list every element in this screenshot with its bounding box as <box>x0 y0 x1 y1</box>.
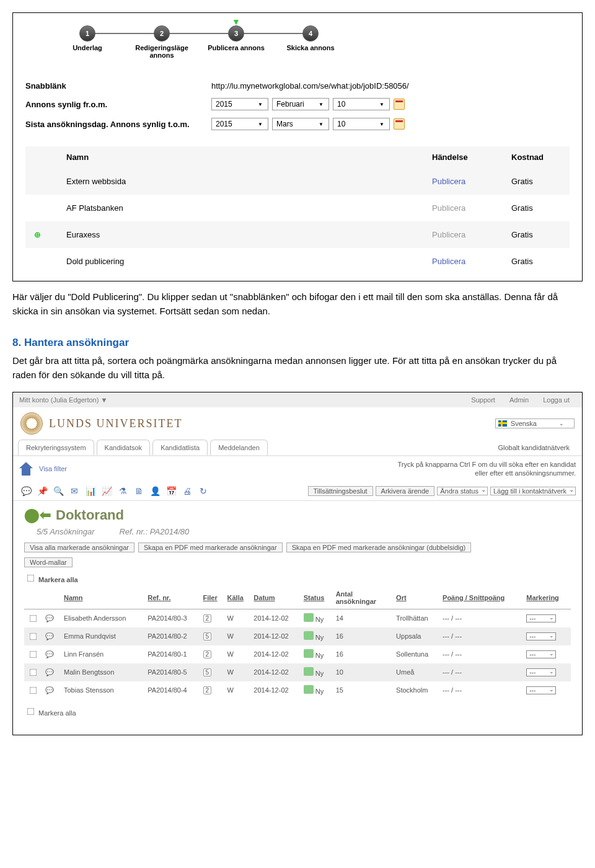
user-icon[interactable]: 👤 <box>148 484 162 498</box>
applicant-source: W <box>225 627 252 645</box>
language-select[interactable]: Svenska ⌄ <box>495 418 575 428</box>
from-month-select[interactable]: Februari▼ <box>272 98 329 110</box>
file-count[interactable]: 5 <box>203 632 212 640</box>
speech-icon[interactable]: 💬 <box>45 668 54 676</box>
status-select[interactable]: Ändra status <box>437 487 488 495</box>
file-count[interactable]: 2 <box>203 686 212 694</box>
print-icon[interactable]: 🖨 <box>180 484 194 498</box>
col-name: Namn <box>58 146 423 168</box>
from-day-select[interactable]: 10▼ <box>333 98 390 110</box>
support-link[interactable]: Support <box>471 396 495 404</box>
status-pill-icon <box>304 685 314 694</box>
channels-table: Namn Händelse Kostnad Extern webbsidaPub… <box>25 146 570 275</box>
channel-name: Extern webbsida <box>58 168 423 195</box>
applicant-row[interactable]: 💬Tobias StenssonPA2014/80-42W2014-12-02 … <box>24 681 571 699</box>
status-pill-icon <box>304 631 314 640</box>
search-icon[interactable]: 🔍 <box>51 484 65 498</box>
applicant-city: Umeå <box>394 663 440 681</box>
mail-icon[interactable]: ✉ <box>68 484 81 498</box>
plus-icon[interactable]: ⊕ <box>34 230 41 239</box>
calendar-icon[interactable] <box>394 118 405 130</box>
speech-icon[interactable]: 💬 <box>45 632 54 640</box>
file-count[interactable]: 5 <box>203 668 212 676</box>
publish-action[interactable]: Publicera <box>423 248 503 275</box>
account-menu[interactable]: Mitt konto (Julia Edgerton) ▼ <box>19 396 107 404</box>
applicant-status: Ny <box>315 652 324 659</box>
channel-row[interactable]: AF PlatsbankenPubliceraGratis <box>25 195 570 221</box>
step-1[interactable]: 1 Underlag <box>50 25 125 51</box>
applicant-score: --- / --- <box>440 627 524 645</box>
file-count[interactable]: 2 <box>203 614 212 622</box>
row-checkbox[interactable] <box>30 632 37 640</box>
from-year-select[interactable]: 2015▼ <box>211 98 268 110</box>
publish-action[interactable]: Publicera <box>423 221 503 248</box>
tab-rekryteringssystem[interactable]: Rekryteringssystem <box>18 440 94 455</box>
filter-icon[interactable]: ⚗ <box>116 484 130 498</box>
speech-icon[interactable]: 💬 <box>45 614 54 622</box>
pin-icon[interactable]: 📌 <box>35 484 49 498</box>
applicant-row[interactable]: 💬Linn FransénPA2014/80-12W2014-12-02 Ny1… <box>24 645 571 663</box>
publish-action[interactable]: Publicera <box>423 168 503 195</box>
markera-alla-checkbox[interactable] <box>27 574 35 582</box>
tab-kandidatlista[interactable]: Kandidatlista <box>152 440 208 455</box>
refresh-icon[interactable]: ↻ <box>196 484 210 498</box>
tab-kandidatsok[interactable]: Kandidatsok <box>97 440 151 455</box>
step-4[interactable]: 4 Skicka annons <box>273 25 348 51</box>
calendar-icon[interactable] <box>394 99 405 110</box>
to-day-select[interactable]: 10▼ <box>333 118 390 130</box>
logout-link[interactable]: Logga ut <box>543 396 570 404</box>
step-2[interactable]: 2 Redigeringsläge annons <box>125 25 199 59</box>
applicant-score: --- / --- <box>440 663 524 681</box>
visa-filter-link[interactable]: Visa filter <box>39 465 67 472</box>
publish-action[interactable]: Publicera <box>423 195 503 221</box>
brand: LUNDS UNIVERSITET <box>20 412 183 435</box>
mark-select[interactable]: --- <box>526 668 556 676</box>
channel-row[interactable]: Extern webbsidaPubliceraGratis <box>25 168 570 195</box>
chart2-icon[interactable]: 📈 <box>100 484 113 498</box>
markera-alla-checkbox-bottom[interactable] <box>27 707 35 715</box>
mark-select[interactable]: --- <box>526 686 556 694</box>
to-year-select[interactable]: 2015▼ <box>211 118 268 130</box>
word-mallar-button[interactable]: Word-mallar <box>24 557 73 567</box>
admin-link[interactable]: Admin <box>509 396 529 404</box>
chevron-down-icon: ▼ <box>379 122 384 127</box>
tab-globalt[interactable]: Globalt kandidatnätverk <box>490 440 577 455</box>
wizard-steps: 1 Underlag 2 Redigeringsläge annons ▼ 3 … <box>13 13 582 65</box>
applicant-row[interactable]: 💬Elisabeth AnderssonPA2014/80-32W2014-12… <box>24 609 571 627</box>
visa-alla-button[interactable]: Visa alla markerade ansökningar <box>24 542 134 552</box>
tab-meddelanden[interactable]: Meddelanden <box>210 440 268 455</box>
speech-icon[interactable]: 💬 <box>19 484 33 498</box>
applicant-row[interactable]: 💬Emma RundqvistPA2014/80-25W2014-12-02 N… <box>24 627 571 645</box>
back-arrow-icon[interactable]: ⬤⬅ <box>24 507 51 523</box>
reference-number: Ref. nr.: PA2014/80 <box>119 527 189 536</box>
form-area: Snabblänk http://lu.mynetworkglobal.com/… <box>13 65 582 281</box>
skapa-pdf-dubbel-button[interactable]: Skapa en PDF med markerade ansökningar (… <box>286 542 472 552</box>
channel-row[interactable]: Dold publiceringPubliceraGratis <box>25 248 570 275</box>
mark-select[interactable]: --- <box>526 632 556 640</box>
row-checkbox[interactable] <box>30 650 37 658</box>
to-label: Sista ansökningsdag. Annons synlig t.o.m… <box>25 120 211 129</box>
arkivera-button[interactable]: Arkivera ärende <box>376 486 435 496</box>
step-3[interactable]: ▼ 3 Publicera annons <box>199 25 273 51</box>
calendar-icon[interactable]: 📅 <box>164 484 178 498</box>
mark-select[interactable]: --- <box>526 650 556 658</box>
chart-icon[interactable]: 📊 <box>84 484 97 498</box>
kontakt-select[interactable]: Lägg till i kontaktnätverk <box>490 487 576 495</box>
mark-select[interactable]: --- <box>526 614 556 622</box>
tillsattning-button[interactable]: Tillsättningsbeslut <box>308 486 373 496</box>
channel-row[interactable]: ⊕EuraxessPubliceraGratis <box>25 221 570 248</box>
to-month-select[interactable]: Mars▼ <box>272 118 329 130</box>
row-checkbox[interactable] <box>30 614 37 622</box>
row-checkbox[interactable] <box>30 686 37 694</box>
speech-icon[interactable]: 💬 <box>45 650 54 658</box>
applicant-ref: PA2014/80-3 <box>145 609 200 627</box>
speech-icon[interactable]: 💬 <box>45 686 54 694</box>
applicant-row[interactable]: 💬Malin BengtssonPA2014/80-55W2014-12-02 … <box>24 663 571 681</box>
row-checkbox[interactable] <box>30 668 37 676</box>
doc-icon[interactable]: 🗎 <box>132 484 146 498</box>
file-count[interactable]: 2 <box>203 650 212 658</box>
home-icon[interactable] <box>19 462 33 476</box>
chevron-down-icon: ⌄ <box>559 420 564 427</box>
skapa-pdf-button[interactable]: Skapa en PDF med markerade ansökningar <box>138 542 283 552</box>
applicant-ref: PA2014/80-5 <box>145 663 200 681</box>
